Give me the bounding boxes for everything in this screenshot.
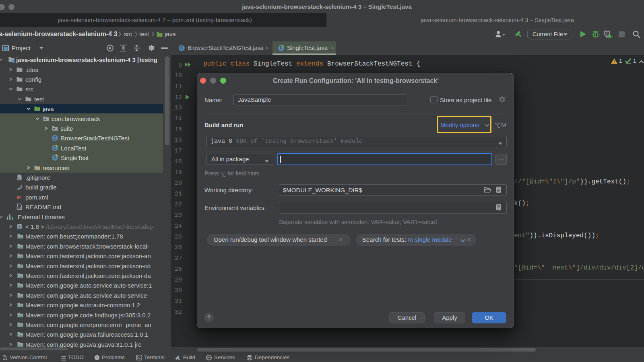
svg-text:m: m [17,194,21,200]
svg-text:C: C [54,136,57,140]
svg-text:MD: MD [17,207,21,209]
svg-text:C: C [180,45,184,50]
